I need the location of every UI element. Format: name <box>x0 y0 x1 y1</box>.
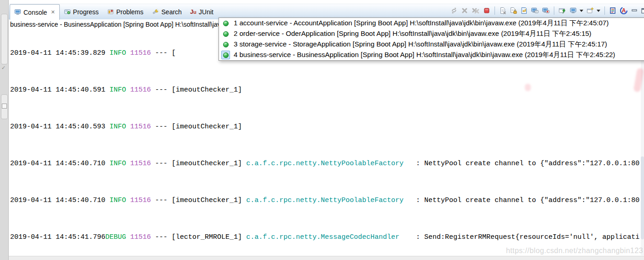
log-pid: 11516 <box>126 49 151 57</box>
log-message: : NettyPool create channel to {"address"… <box>416 196 639 204</box>
running-app-icon-selected <box>221 51 230 59</box>
log-logger: c.a.f.c.rpc.netty.NettyPoolableFactory <box>246 196 416 204</box>
tab-progress[interactable]: Progress <box>60 4 103 19</box>
restart-icon[interactable] <box>450 7 458 14</box>
view-bottom-edge <box>9 256 644 260</box>
problems-icon <box>107 8 114 15</box>
log-line: 2019-04-11 14:45:41.796DEBUG 11516 --- [… <box>10 233 639 242</box>
maximize-icon[interactable] <box>641 8 644 14</box>
running-app-icon <box>221 40 230 49</box>
word-wrap-icon[interactable] <box>520 7 528 14</box>
log-timestamp: 2019-04-11 14:45:39.829 <box>10 49 105 57</box>
collapsed-panel[interactable] <box>1 14 8 64</box>
log-separator: --- <box>151 196 172 204</box>
toolbar-separator <box>554 6 554 15</box>
display-selected-console-icon[interactable] <box>569 7 577 14</box>
search-icon <box>152 8 159 15</box>
show-stderr-console-icon[interactable] <box>542 7 550 14</box>
log-timestamp: 2019-04-11 14:45:41.796 <box>10 233 105 241</box>
remove-launch-icon[interactable] <box>461 7 468 14</box>
tab-console[interactable]: Console ✕ <box>10 4 60 20</box>
log-message: : Send:RegisterRMRequest{resourceIds='nu… <box>416 233 639 241</box>
pin-console-icon[interactable] <box>558 7 566 14</box>
log-thread: [imeoutChecker_1] <box>172 196 246 204</box>
console-selection-dropdown: 1 account-service - AccountApplication [… <box>218 17 644 61</box>
log-line: 2019-04-11 14:45:40.593 INFO 11516 --- [… <box>10 122 639 132</box>
toolbar-separator <box>494 6 495 15</box>
scroll-lock-icon[interactable] <box>510 7 517 14</box>
log-timestamp: 2019-04-11 14:45:40.710 <box>10 160 105 168</box>
clear-console-icon[interactable] <box>499 7 506 14</box>
console-option-label: 1 account-service - AccountApplication [… <box>234 19 609 28</box>
tab-junit[interactable]: Ju JUnit <box>186 4 218 19</box>
tab-label: JUnit <box>199 8 213 16</box>
log-pid: 11516 <box>126 233 151 241</box>
log-level: INFO <box>105 123 126 131</box>
log-line: 2019-04-11 14:45:40.710 INFO 11516 --- [… <box>10 159 639 168</box>
log-level: INFO <box>105 86 126 94</box>
log-thread: [imeoutChecker_1] <box>172 86 246 94</box>
terminate-icon[interactable] <box>483 7 490 14</box>
log-pid: 11516 <box>126 160 151 168</box>
close-icon[interactable]: ✕ <box>51 9 55 15</box>
tab-search[interactable]: Search <box>148 4 186 19</box>
log-separator: --- <box>151 233 172 241</box>
collapsed-view-strip[interactable]: ✓ <box>0 0 9 260</box>
log-level: INFO <box>105 49 126 57</box>
vertical-scrollbar-thumb[interactable] <box>641 156 644 239</box>
log-level: DEBUG <box>105 233 126 241</box>
log-pid: 11516 <box>126 123 151 131</box>
tab-label: Progress <box>73 8 99 16</box>
log-logger: c.a.f.c.rpc.netty.NettyPoolableFactory <box>246 160 416 168</box>
console-option-label: 4 business-service - BusinessApplication… <box>234 51 615 59</box>
junit-icon: Ju <box>190 8 196 15</box>
console-option-2[interactable]: 2 order-service - OderApplication [Sprin… <box>219 29 644 39</box>
collapsed-panel-icon <box>2 104 7 109</box>
remove-all-terminated-icon[interactable] <box>472 7 480 14</box>
log-line: 2019-04-11 14:45:40.710 INFO 11516 --- [… <box>10 196 639 205</box>
console-option-3[interactable]: 3 storage-service - StorageApplication [… <box>219 39 644 50</box>
log-pid: 11516 <box>126 196 151 204</box>
show-stdout-console-icon[interactable] <box>531 7 539 14</box>
console-option-label: 3 storage-service - StorageApplication [… <box>234 40 607 49</box>
log-message: : NettyPool create channel to {"address"… <box>416 160 639 168</box>
log-pid: 11516 <box>126 86 151 94</box>
open-console-icon[interactable] <box>586 7 594 14</box>
log-logger: c.a.f.c.rpc.netty.MessageCodecHandler <box>246 233 416 241</box>
tab-problems[interactable]: Problems <box>103 4 148 19</box>
log-level: INFO <box>105 196 126 204</box>
form-view-icon[interactable] <box>609 7 616 14</box>
toolbar-separator <box>604 6 605 15</box>
log-thread: [imeoutChecker_1] <box>172 160 246 168</box>
console-option-1[interactable]: 1 account-service - AccountApplication [… <box>219 18 644 29</box>
csdn-watermark: https://blog.csdn.net/zhangchangbin123 <box>506 247 643 255</box>
view-tabs: Console ✕ Progress <box>10 4 218 19</box>
running-app-icon <box>221 29 230 38</box>
display-console-chevron-icon[interactable] <box>580 10 583 12</box>
console-option-label: 2 order-service - OderApplication [Sprin… <box>234 29 592 38</box>
progress-icon <box>64 8 71 15</box>
log-separator: --- <box>151 123 172 131</box>
log-timestamp: 2019-04-11 14:45:40.593 <box>10 123 105 131</box>
log-separator: --- <box>151 86 172 94</box>
tab-label: Problems <box>116 8 144 16</box>
log[interactable]: 2019-04-11 14:45:39.829 INFO 11516 --- [… <box>10 30 639 260</box>
console-option-4-selected[interactable]: 4 business-service - BusinessApplication… <box>219 50 644 60</box>
log-level: INFO <box>105 160 126 168</box>
console-icon <box>14 9 21 16</box>
tab-label: Search <box>161 8 182 16</box>
tab-label: Console <box>23 9 47 16</box>
log-thread: [lector_RMROLE_1] <box>172 233 246 241</box>
open-console-chevron-icon[interactable] <box>597 10 600 12</box>
running-app-icon <box>221 19 230 28</box>
log-timestamp: 2019-04-11 14:45:40.710 <box>10 196 105 204</box>
eclipse-console-window: ✓ Console ✕ <box>0 0 644 260</box>
console-toolbar: A <box>450 6 644 15</box>
svg-text:A: A <box>622 7 626 14</box>
log-timestamp: 2019-04-11 14:45:40.591 <box>10 86 105 94</box>
log-thread: [imeoutChecker_1] <box>172 123 246 131</box>
annotation-a-icon[interactable]: A <box>620 6 628 15</box>
minimize-icon[interactable] <box>631 8 638 14</box>
log-separator: --- <box>151 160 172 168</box>
log-separator: --- <box>151 49 172 57</box>
